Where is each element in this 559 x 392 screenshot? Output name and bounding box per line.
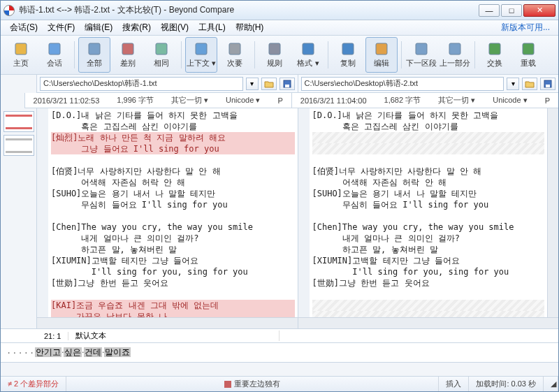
minor-icon	[227, 41, 242, 57]
tb-diffs[interactable]: 差别	[112, 37, 144, 73]
left-other-drop[interactable]: 其它一切 ▾	[166, 95, 214, 106]
text-line[interactable]: 그냥 들어요 I'll sing for you	[51, 143, 295, 154]
left-path-drop[interactable]: ▾	[246, 78, 259, 90]
svg-rect-13	[489, 43, 500, 55]
right-open-button[interactable]	[522, 78, 537, 90]
text-line[interactable]: 내게 얼마나 큰 의미인 걸까?	[312, 233, 545, 244]
text-line[interactable]: 내게 얼마나 큰 의미인 걸까?	[51, 233, 295, 244]
right-encoding-drop[interactable]: Unicode ▾	[487, 96, 532, 105]
preview-dots: ·····	[6, 348, 35, 358]
right-other-drop[interactable]: 其它一切 ▾	[433, 95, 481, 106]
left-save-button[interactable]	[280, 78, 295, 90]
text-line[interactable]: [SUHO]오늘은 용기 내서 나 말할 테지만	[312, 188, 545, 199]
text-line[interactable]: 혹은 고집스레 삼킨 이야기를	[312, 121, 545, 132]
text-line[interactable]	[312, 154, 545, 166]
left-size: 1,996 字节	[111, 95, 159, 106]
stat-row: 2016/3/21 11:02:53 1,996 字节 其它一切 ▾ Unico…	[1, 93, 558, 108]
left-encoding-drop[interactable]: Unicode ▾	[220, 96, 266, 105]
thumb-right[interactable]	[3, 135, 34, 156]
tb-reload[interactable]: 重载	[512, 37, 544, 73]
left-path-input[interactable]	[40, 77, 243, 91]
thumbnail-column[interactable]	[1, 108, 37, 328]
tb-all[interactable]: 全部	[78, 37, 110, 73]
menu-编辑(E)[interactable]: 编辑(E)	[80, 20, 117, 35]
text-line[interactable]	[51, 289, 295, 300]
right-path-input[interactable]	[301, 77, 504, 91]
tb-prevdiff[interactable]: 上一部分	[439, 37, 471, 73]
menu-搜索(R)[interactable]: 搜索(R)	[117, 20, 156, 35]
text-line[interactable]	[312, 289, 545, 300]
text-line[interactable]: 무심히 들어요 I'll sing for you	[51, 199, 295, 210]
text-line[interactable]: 혹은 고집스레 삼킨 이야기를	[51, 121, 295, 132]
right-save-button[interactable]	[540, 78, 556, 90]
tb-format[interactable]: 格式 ▾	[292, 37, 324, 73]
left-path-area: ▾	[37, 75, 298, 92]
statusbar: ≠ 2 个差异部分 重要左边独有 插入 加载时间: 0.03 秒 ◢	[1, 376, 558, 391]
text-line[interactable]: [世勋]그냥 한번 듣고 웃어요	[312, 277, 545, 289]
titlebar[interactable]: 韩语-1.txt <--> 韩语-2.txt - 文本比较(T) - Beyon…	[1, 1, 558, 20]
text-line[interactable]: 가끔은 남보다 못한 나	[51, 311, 295, 317]
text-line[interactable]	[312, 132, 545, 143]
text-line[interactable]: [Chen]The way you cry, the way you smile	[51, 222, 295, 233]
new-version-link[interactable]: 新版本可用...	[501, 22, 554, 34]
tb-context[interactable]: 上下文 ▾	[185, 37, 217, 73]
text-line[interactable]: [SUHO]오늘은 용기 내서 나 말할 테지만	[51, 188, 295, 199]
svg-rect-10	[376, 43, 387, 55]
right-path-area: ▾	[298, 75, 559, 92]
text-line[interactable]: [灿烈]노래 하나 만든 척 지금 말하려 해요	[51, 132, 295, 143]
vscroll[interactable]	[547, 108, 558, 317]
text-line[interactable]	[312, 300, 545, 311]
tb-nextdiff[interactable]: 下一区段	[405, 37, 437, 73]
text-line[interactable]	[312, 143, 545, 154]
text-line[interactable]: [D.O.]내 낡은 기타를 들어 하지 못한 고백을	[312, 110, 545, 121]
text-line[interactable]: I'll sing for you, sing for you	[312, 266, 545, 277]
tb-same[interactable]: 相同	[145, 37, 177, 73]
menu-会话(S)[interactable]: 会话(S)	[5, 20, 43, 35]
menu-文件(F)[interactable]: 文件(F)	[43, 20, 80, 35]
text-line[interactable]	[312, 210, 545, 222]
tb-copy[interactable]: 复制	[332, 37, 364, 73]
text-line[interactable]: 어색해 자존심 허락 안 해	[312, 177, 545, 188]
right-text[interactable]: [D.O.]내 낡은 기타를 들어 하지 못한 고백을 혹은 고집스레 삼킨 이…	[310, 108, 548, 317]
text-line[interactable]: 어색해 자존심 허락 안 해	[51, 177, 295, 188]
text-line[interactable]: [XIUMIN]고백할 테지만 그냥 들어요	[51, 255, 295, 266]
text-line[interactable]: [KAI]조금 우습죠 내겐 그대 밖에 없는데	[51, 300, 295, 311]
close-button[interactable]: ✕	[523, 4, 556, 17]
text-line[interactable]: 무심히 들어요 I'll sing for you	[312, 199, 545, 210]
tb-sessions[interactable]: 会话	[38, 37, 71, 73]
text-line[interactable]: [D.O.]내 낡은 기타를 들어 하지 못한 고백을	[51, 110, 295, 121]
tb-rules[interactable]: 规则	[259, 37, 291, 73]
menu-视图(V)[interactable]: 视图(V)	[156, 20, 194, 35]
text-line[interactable]	[312, 311, 545, 317]
text-line[interactable]	[51, 154, 295, 166]
tb-edit[interactable]: 编辑	[365, 37, 398, 73]
text-line[interactable]: [XIUMIN]고백할 테지만 그냥 들어요	[312, 255, 545, 266]
text-line[interactable]: [世勋]그냥 한번 듣고 웃어요	[51, 277, 295, 289]
menu-工具(L)[interactable]: 工具(L)	[194, 20, 231, 35]
minimize-button[interactable]: —	[479, 4, 500, 17]
panes: [D.O.]내 낡은 기타를 들어 하지 못한 고백을 혹은 고집스레 삼킨 이…	[37, 108, 558, 328]
left-open-button[interactable]	[261, 78, 277, 90]
text-line[interactable]: [Chen]The way you cry, the way you smile	[312, 222, 545, 233]
left-hscroll[interactable]	[37, 317, 298, 328]
left-timestamp: 2016/3/21 11:02:53	[28, 96, 106, 105]
text-line[interactable]: [伯贤]너무 사랑하지만 사랑한다 말 안 해	[312, 166, 545, 177]
left-stats: 2016/3/21 11:02:53 1,996 字节 其它一切 ▾ Unico…	[25, 93, 292, 108]
tb-minor[interactable]: 次要	[219, 37, 251, 73]
tb-swap[interactable]: 交换	[479, 37, 511, 73]
menu-帮助(H)[interactable]: 帮助(H)	[231, 20, 269, 35]
text-line[interactable]: [伯贤]너무 사랑하지만 사랑한다 말 안 해	[51, 166, 295, 177]
left-text[interactable]: [D.O.]내 낡은 기타를 들어 하지 못한 고백을 혹은 고집스레 삼킨 이…	[48, 108, 298, 317]
text-line[interactable]: I'll sing for you, sing for you	[51, 266, 295, 277]
tb-home[interactable]: 主页	[5, 37, 37, 73]
preview-split[interactable]	[1, 362, 558, 376]
resize-grip[interactable]: ◢	[544, 377, 558, 391]
text-line[interactable]	[51, 210, 295, 222]
right-stats: 2016/3/21 11:04:00 1,682 字节 其它一切 ▾ Unico…	[292, 93, 558, 108]
maximize-button[interactable]: □	[501, 4, 522, 17]
right-path-drop[interactable]: ▾	[507, 78, 519, 90]
text-line[interactable]: 하고픈 말, 놓쳐버린 말	[312, 244, 545, 255]
thumb-left[interactable]	[3, 111, 34, 132]
text-line[interactable]: 하고픈 말, 놓쳐버린 말	[51, 244, 295, 255]
right-hscroll[interactable]	[298, 317, 559, 328]
